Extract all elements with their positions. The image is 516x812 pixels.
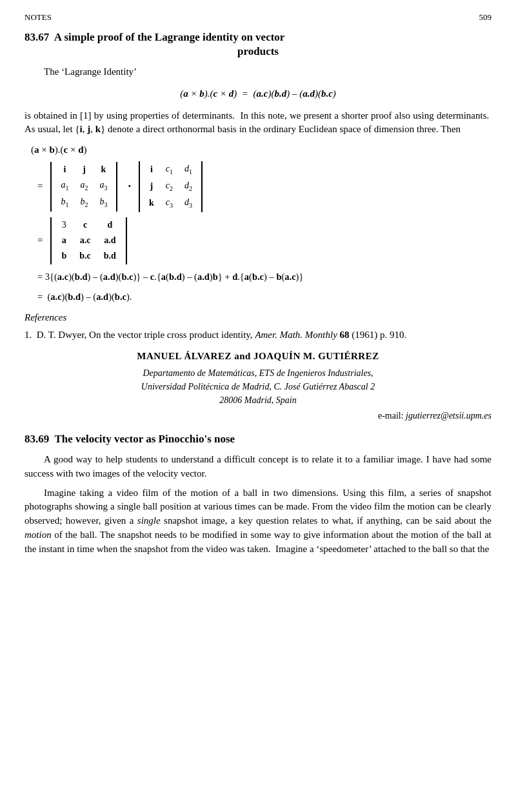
matrix-eq2: = 3 c d a a.c a.d b b.c b.d xyxy=(37,217,491,264)
section2-para2: Imagine taking a video film of the motio… xyxy=(25,486,491,557)
paragraph-1: is obtained in [1] by using properties o… xyxy=(25,109,491,137)
result-line: = (a.c)(b.d) – (a.d)(b.c). xyxy=(37,290,491,304)
matrix-eq1: = i j k a1 a2 a3 b1 b2 b3 xyxy=(37,161,491,212)
lagrange-label: The ‘Lagrange Identity’ xyxy=(44,65,491,79)
reference-1: 1. D. T. Dwyer, On the vector triple cro… xyxy=(36,328,491,342)
main-formula: (a × b).(c × d) = (a.c)(b.d) – (a.d)(b.c… xyxy=(25,87,491,101)
affiliation: Departamento de Matemáticas, ETS de Inge… xyxy=(25,366,491,407)
section2-para1: A good way to help students to understan… xyxy=(25,453,491,481)
authors: MANUEL ÁLVAREZ and JOAQUÍN M. GUTIÉRREZ xyxy=(25,350,491,364)
page-header: NOTES 509 xyxy=(25,12,491,24)
section-title-8367: 83.67 A simple proof of the Lagrange ide… xyxy=(25,30,491,59)
header-right: 509 xyxy=(479,12,492,24)
section-heading-8369: The velocity vector as Pinocchio's nose xyxy=(54,433,235,445)
expansion-line: = 3{(a.c)(b.d) – (a.d)(b.c)} – c.{a(b.d)… xyxy=(37,270,491,284)
header-left: NOTES xyxy=(25,12,52,24)
references-title: References xyxy=(25,311,491,325)
axb-cxd-label: (a × b).(c × d) xyxy=(31,143,491,157)
section-number-8369: 83.69 xyxy=(25,433,49,445)
email-block: e-mail: jgutierrez@etsii.upm.es xyxy=(25,410,491,422)
section-title-8369: 83.69 The velocity vector as Pinocchio's… xyxy=(25,431,491,448)
